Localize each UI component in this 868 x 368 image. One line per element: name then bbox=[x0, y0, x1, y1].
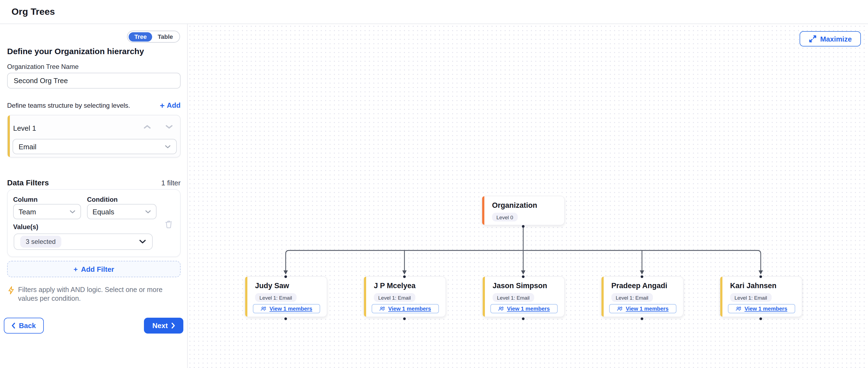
maximize-label: Maximize bbox=[820, 35, 852, 43]
trash-icon bbox=[165, 220, 173, 229]
tree-node-child[interactable]: Judy Saw Level 1: Email View 1 members bbox=[245, 276, 327, 317]
chevron-down-icon bbox=[165, 145, 171, 148]
plus-icon: + bbox=[160, 101, 165, 109]
filter-card: Column Condition Team Equals Valu bbox=[7, 189, 181, 257]
node-name: J P Mcelyea bbox=[374, 281, 416, 290]
chevron-down-icon[interactable] bbox=[165, 125, 173, 129]
org-trees-page: Org Trees Tree Table Define your Organiz… bbox=[0, 0, 868, 368]
tree-name-input[interactable] bbox=[7, 73, 181, 89]
view-members-label: View 1 members bbox=[270, 306, 312, 312]
filter-count-badge: 1 filter bbox=[161, 179, 181, 187]
tree-name-label: Organization Tree Name bbox=[7, 63, 79, 71]
node-level-badge: Level 1: Email bbox=[611, 293, 653, 302]
levels-instruction: Define teams structure by selecting leve… bbox=[7, 101, 130, 109]
node-accent-bar bbox=[482, 196, 484, 225]
filter-column-value: Team bbox=[19, 207, 36, 216]
filter-values-multiselect[interactable]: 3 selected bbox=[14, 233, 153, 250]
filters-note: Filters apply with AND logic. Select one… bbox=[8, 286, 174, 303]
sidebar-heading: Define your Organization hierarchy bbox=[7, 46, 144, 56]
node-name: Kari Jahnsen bbox=[730, 281, 777, 290]
org-tree-canvas[interactable]: Maximize Organization Level 0 Judy Saw L… bbox=[188, 24, 868, 368]
delete-filter-button[interactable] bbox=[165, 220, 174, 229]
add-filter-button[interactable]: + Add Filter bbox=[7, 261, 181, 277]
lightning-icon bbox=[8, 286, 14, 295]
level-card: Level 1 Email bbox=[7, 115, 181, 158]
add-filter-label: Add Filter bbox=[81, 265, 114, 273]
members-icon bbox=[379, 306, 385, 311]
chevron-down-icon bbox=[139, 239, 146, 244]
sidebar-panel: Tree Table Define your Organization hier… bbox=[0, 24, 188, 368]
members-icon bbox=[498, 306, 504, 311]
next-button[interactable]: Next bbox=[144, 318, 183, 334]
chevron-down-icon bbox=[145, 210, 151, 213]
node-accent-bar bbox=[364, 277, 366, 316]
view-toggle[interactable]: Tree Table bbox=[127, 31, 180, 43]
top-bar: Org Trees bbox=[0, 0, 868, 24]
filters-note-text: Filters apply with AND logic. Select one… bbox=[18, 286, 174, 303]
members-icon bbox=[736, 306, 742, 311]
back-button[interactable]: Back bbox=[4, 318, 44, 334]
chevron-up-icon[interactable] bbox=[144, 125, 151, 129]
node-name: Judy Saw bbox=[255, 281, 289, 290]
node-level-badge: Level 1: Email bbox=[493, 293, 534, 302]
edge-arrowheads bbox=[283, 270, 763, 274]
tree-node-child[interactable]: Pradeep Angadi Level 1: Email View 1 mem… bbox=[601, 276, 684, 317]
members-icon bbox=[261, 306, 267, 311]
view-members-label: View 1 members bbox=[507, 306, 550, 312]
view-members-button[interactable]: View 1 members bbox=[372, 304, 439, 313]
node-level-badge: Level 0 bbox=[492, 213, 518, 222]
filter-condition-value: Equals bbox=[92, 207, 114, 216]
plus-icon: + bbox=[73, 265, 78, 273]
node-accent-bar bbox=[483, 277, 485, 316]
selected-values-chip: 3 selected bbox=[20, 236, 61, 248]
node-accent-bar bbox=[245, 277, 247, 316]
node-accent-bar bbox=[720, 277, 722, 316]
toggle-option-table[interactable]: Table bbox=[152, 32, 178, 41]
node-accent-bar bbox=[601, 277, 604, 316]
view-members-button[interactable]: View 1 members bbox=[728, 304, 795, 313]
next-label: Next bbox=[152, 322, 168, 330]
level-column-select[interactable]: Email bbox=[12, 139, 177, 154]
view-members-label: View 1 members bbox=[745, 306, 787, 312]
view-members-label: View 1 members bbox=[388, 306, 431, 312]
node-name: Pradeep Angadi bbox=[611, 281, 668, 290]
node-level-badge: Level 1: Email bbox=[255, 293, 297, 302]
toggle-option-tree[interactable]: Tree bbox=[129, 32, 152, 41]
filter-column-select[interactable]: Team bbox=[13, 204, 81, 219]
chevron-down-icon bbox=[69, 210, 75, 213]
data-filters-row: Data Filters 1 filter bbox=[7, 178, 181, 187]
view-members-button[interactable]: View 1 members bbox=[609, 304, 677, 313]
node-level-badge: Level 1: Email bbox=[374, 293, 415, 302]
tree-node-child[interactable]: Kari Jahnsen Level 1: Email View 1 membe… bbox=[720, 276, 802, 317]
chevron-right-icon bbox=[171, 323, 175, 329]
level-label: Level 1 bbox=[13, 124, 36, 132]
view-members-button[interactable]: View 1 members bbox=[253, 304, 320, 313]
expand-icon bbox=[809, 35, 816, 43]
tree-node-child[interactable]: J P Mcelyea Level 1: Email View 1 member… bbox=[363, 276, 446, 317]
tree-node-child[interactable]: Jason Simpson Level 1: Email View 1 memb… bbox=[482, 276, 565, 317]
levels-row: Define teams structure by selecting leve… bbox=[7, 101, 181, 109]
node-name: Organization bbox=[492, 201, 537, 209]
column-label: Column bbox=[13, 196, 37, 203]
values-label: Value(s) bbox=[13, 223, 38, 231]
maximize-button[interactable]: Maximize bbox=[800, 31, 861, 46]
node-level-badge: Level 1: Email bbox=[730, 293, 771, 302]
filter-condition-select[interactable]: Equals bbox=[87, 204, 157, 219]
tree-node-root[interactable]: Organization Level 0 bbox=[482, 196, 565, 225]
level-reorder-controls bbox=[144, 125, 173, 129]
node-name: Jason Simpson bbox=[493, 281, 547, 290]
level-column-value: Email bbox=[19, 142, 36, 150]
page-title: Org Trees bbox=[11, 0, 55, 24]
level-accent-bar bbox=[8, 115, 10, 157]
condition-label: Condition bbox=[87, 196, 118, 203]
data-filters-title: Data Filters bbox=[7, 178, 49, 187]
view-members-label: View 1 members bbox=[626, 306, 669, 312]
view-members-button[interactable]: View 1 members bbox=[490, 304, 558, 313]
members-icon bbox=[617, 306, 623, 311]
add-level-button[interactable]: + Add bbox=[160, 101, 181, 109]
back-label: Back bbox=[19, 322, 36, 330]
chevron-left-icon bbox=[12, 323, 16, 329]
add-level-label: Add bbox=[167, 101, 181, 109]
